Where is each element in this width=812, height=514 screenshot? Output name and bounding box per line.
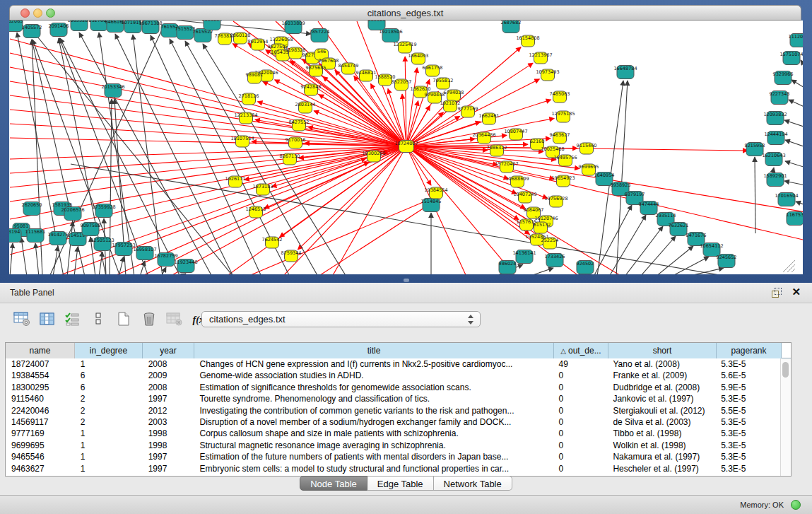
graph-edge[interactable] (280, 146, 406, 237)
graph-node-label: 2967608 (319, 58, 339, 64)
tab-network-table[interactable]: Network Table (434, 476, 512, 491)
table-row[interactable]: 2242004622012Investigating the contribut… (6, 405, 780, 416)
close-panel-icon[interactable]: ✕ (792, 286, 801, 298)
graph-edge[interactable] (266, 49, 406, 146)
graph-edge[interactable] (616, 81, 628, 274)
table-cell: 5.3E-5 (715, 358, 780, 370)
graph-node-label: 19218506 (379, 29, 402, 35)
graph-node-label: 17957253 (112, 243, 135, 248)
column-header-label: year (160, 346, 176, 356)
graph-node-label: 15751074 (779, 52, 803, 57)
scrollbar-thumb[interactable] (782, 362, 789, 378)
graph-edge[interactable] (792, 80, 803, 88)
graph-edge[interactable] (789, 100, 803, 107)
graph-edge[interactable] (10, 124, 406, 146)
graph-node-label: 16210643 (762, 153, 785, 158)
graph-edge[interactable] (801, 60, 803, 67)
panel-splitter-handle[interactable] (404, 279, 409, 282)
graph-node-label: 12325419 (393, 42, 416, 47)
graph-edge[interactable] (640, 236, 676, 274)
table-header-row: namein_degreeyeartitle△out_de...shortpag… (6, 343, 791, 358)
graph-node-label: 7955812 (433, 78, 454, 83)
table-row[interactable]: 1456911722003Disruption of a novel membe… (6, 416, 780, 428)
graph-node-label: 18107554 (230, 136, 254, 141)
graph-edge[interactable] (594, 205, 632, 274)
graph-edge[interactable] (755, 157, 755, 233)
tab-node-table[interactable]: Node Table (300, 476, 367, 491)
graph-edge[interactable] (298, 146, 406, 250)
table-row[interactable]: 1938455462009Genome-wide association stu… (6, 370, 780, 381)
graph-edge[interactable] (21, 238, 27, 274)
graph-edge[interactable] (140, 261, 145, 274)
graph-edge[interactable] (796, 201, 803, 205)
delete-rows-button[interactable] (140, 312, 158, 329)
graph-edge[interactable] (656, 246, 693, 274)
table-body: 1872400712008Changes of HCN gene express… (6, 358, 780, 476)
row-merge-button[interactable] (89, 312, 107, 329)
graph-edge[interactable] (10, 243, 13, 274)
graph-edge[interactable] (35, 243, 39, 274)
graph-edge[interactable] (67, 221, 73, 274)
graph-edge[interactable] (151, 35, 261, 274)
table-row[interactable]: 977716911998Corpus callosum shape and si… (6, 428, 780, 439)
column-header-out_de[interactable]: △out_de... (554, 343, 608, 358)
table-cell: 5.3E-5 (715, 393, 780, 404)
graph-edge[interactable] (784, 120, 803, 127)
graph-edge[interactable] (318, 201, 434, 274)
graph-node-label: 17359928 (92, 204, 115, 210)
column-header-pagerank[interactable]: pagerank (717, 343, 782, 358)
column-header-name[interactable]: name (6, 343, 75, 358)
graph-node-label: 9329966 (773, 71, 794, 77)
window-titlebar[interactable]: citations_edges.txt (9, 5, 801, 21)
graph-node-label: 262065 (9, 21, 23, 24)
table-row[interactable]: 1830029562008Estimation of significance … (6, 382, 780, 393)
graph-edge[interactable] (625, 226, 663, 274)
table-cell: 1997 (143, 463, 194, 474)
network-graph-canvas[interactable]: 2620651405572209140610653287152760264661… (9, 21, 803, 274)
graph-edge[interactable] (785, 140, 803, 147)
column-header-year[interactable]: year (143, 343, 194, 358)
graph-edge[interactable] (406, 146, 803, 240)
table-row[interactable]: 1872400712008Changes of HCN gene express… (6, 358, 780, 370)
graph-node-label: 20206576 (61, 207, 84, 213)
table-row[interactable]: 969969511998Structural magnetic resonanc… (6, 440, 780, 451)
window-title: citations_edges.txt (10, 8, 801, 18)
table-cell: 5.3E-5 (715, 463, 780, 474)
float-panel-icon[interactable] (771, 288, 781, 298)
new-file-button[interactable] (114, 312, 133, 329)
tab-edge-table[interactable]: Edge Table (367, 476, 434, 491)
graph-edge[interactable] (10, 146, 406, 201)
table-cell: 5.3E-5 (715, 451, 780, 462)
delete-table-button[interactable] (165, 312, 184, 329)
graph-node-label: 16154808 (516, 35, 539, 41)
table-row[interactable]: 946362711997Embryonic stem cells: a mode… (6, 463, 780, 474)
column-header-title[interactable]: title (194, 343, 554, 358)
table-row[interactable]: 946554611997Estimation of the future num… (6, 451, 780, 462)
graph-node-label: 1914275 (48, 232, 69, 238)
graph-edge[interactable] (99, 252, 102, 274)
graph-edge[interactable] (181, 274, 186, 274)
graph-edge[interactable] (529, 268, 553, 274)
graph-edge[interactable] (271, 146, 406, 187)
graph-node-label: 6879197 (625, 192, 645, 197)
graph-edge[interactable] (609, 215, 646, 274)
column-header-short[interactable]: short (608, 343, 717, 358)
table-row[interactable]: 911546021997Tourette syndrome. Phenomeno… (6, 393, 780, 404)
vertical-scrollbar[interactable] (780, 358, 791, 476)
graph-edge[interactable] (687, 268, 724, 274)
show-columns-icon (39, 311, 56, 329)
graph-node-label: 8759344 (281, 250, 302, 256)
graph-node-label: 62160 (530, 139, 545, 144)
graph-node-label: 1873183 (253, 184, 273, 189)
graph-edge[interactable] (784, 181, 803, 185)
column-header-in_degree[interactable]: in_degree (75, 343, 143, 358)
graph-node-label: 1640954 (594, 173, 615, 178)
show-columns-button[interactable] (38, 312, 57, 329)
table-settings-button[interactable] (13, 312, 31, 329)
table-select-dropdown[interactable]: citations_edges.txt (201, 311, 481, 327)
graph-node-label: 924502 (577, 261, 594, 267)
canvas-resize-handle[interactable] (783, 260, 795, 272)
graph-edge[interactable] (785, 161, 803, 168)
select-columns-button[interactable] (64, 312, 82, 329)
graph-node-label: 1157615 (517, 219, 537, 225)
